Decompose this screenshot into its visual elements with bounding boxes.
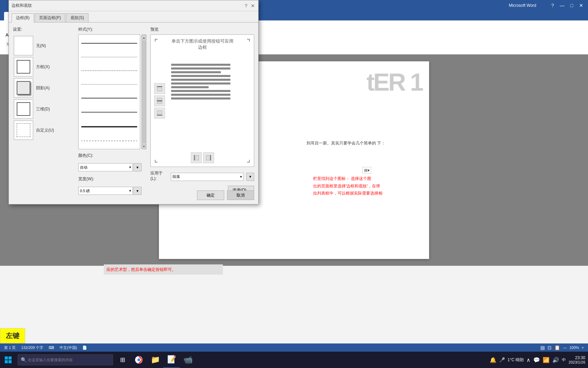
taskbar-mic-icon: 🎤 <box>499 357 505 363</box>
svg-rect-15 <box>195 155 199 160</box>
view-web-btn[interactable]: ⊡ <box>548 345 552 350</box>
preview-line-9 <box>171 94 230 96</box>
style-scroll-down-btn[interactable]: ▼ <box>142 144 146 148</box>
setting-custom-icon <box>14 120 33 140</box>
dialog-controls: ? ✕ <box>243 3 256 9</box>
style-list[interactable] <box>78 34 140 149</box>
help-ribbon-btn[interactable]: ? <box>549 1 557 10</box>
style-panel: 样式(Y): ▲ ▼ <box>78 27 146 195</box>
minimize-btn[interactable]: — <box>558 1 566 10</box>
width-select[interactable]: 0.5 磅 ▼ <box>78 187 133 195</box>
ok-btn[interactable]: 确定 <box>197 190 224 200</box>
width-select-row: 0.5 磅 ▼ ▼ <box>78 187 146 195</box>
apply-arrow-btn[interactable]: ▼ <box>246 173 254 181</box>
setting-3d-icon <box>14 99 33 119</box>
taskbar-taskview[interactable]: ⊞ <box>114 352 131 368</box>
style-thick[interactable] <box>81 126 137 127</box>
preview-left-border-btn[interactable] <box>191 152 202 163</box>
preview-bottom-border-btn[interactable] <box>154 108 165 119</box>
chapter-number: tER 1 <box>366 68 422 96</box>
dialog-tabs: 边框(B) 页面边框(P) 底纹(S) <box>9 11 258 22</box>
taskbar-chrome[interactable] <box>131 352 147 368</box>
view-read-btn[interactable]: 📋 <box>554 345 560 350</box>
color-select[interactable]: 自动 ▼ <box>78 163 133 171</box>
taskbar-clock: 23:30 2023/1/26 <box>569 355 585 364</box>
preview-middle-border-btn[interactable] <box>154 95 165 106</box>
taskview-icon: ⊞ <box>120 356 125 364</box>
style-dot-dash[interactable] <box>81 84 137 85</box>
svg-rect-9 <box>157 98 162 100</box>
status-layout-icon: 📄 <box>82 346 87 350</box>
taskbar-word[interactable]: 📝 <box>163 352 180 368</box>
setting-3d[interactable]: 三维(D) <box>13 98 74 120</box>
table-icon-display: ⊞▾ <box>362 167 371 174</box>
taskbar-volume-icon: 🔊 <box>552 357 559 363</box>
setting-shadow-label: 阴影(A) <box>36 85 50 91</box>
preview-line-7 <box>171 86 209 88</box>
restore-btn[interactable]: □ <box>568 1 576 10</box>
style-scrollbar: ▲ ▼ <box>142 34 146 149</box>
taskbar-start[interactable] <box>0 352 16 368</box>
style-dashed[interactable] <box>81 71 137 71</box>
tooltip-text: 左键 <box>6 332 19 339</box>
corner-tr <box>247 39 250 42</box>
setting-shadow[interactable]: 阴影(A) <box>13 77 74 98</box>
taskbar-chat-icon: 💬 <box>533 357 540 363</box>
3d-preview <box>17 102 30 116</box>
setting-box[interactable]: 方框(X) <box>13 56 74 77</box>
taskbar-video[interactable]: 📹 <box>180 352 196 368</box>
svg-rect-8 <box>157 88 162 91</box>
taskbar-time: 23:30 <box>575 355 585 360</box>
none-preview <box>17 39 30 52</box>
doc-red-text-1: 栏里找到这个图标： 选择这个图 出的页面框里选择'边框和底纹'，在弹 拉列表框中… <box>312 174 429 199</box>
taskbar-search-text: 在这里输入你要搜索的内容 <box>28 357 73 363</box>
tab-page-border[interactable]: 页面边框(P) <box>35 13 65 22</box>
tab-shading[interactable]: 底纹(S) <box>66 13 88 22</box>
style-dotted[interactable] <box>81 57 137 57</box>
custom-preview <box>17 123 30 137</box>
taskbar-date: 2023/1/26 <box>569 360 585 364</box>
style-solid-thick[interactable] <box>81 43 137 44</box>
apply-select[interactable]: 段落 ▼ <box>171 173 243 181</box>
view-print-btn[interactable]: ▤ <box>540 345 545 350</box>
taskbar-search[interactable]: 🔍 在这里输入你要搜索的内容 <box>18 354 113 365</box>
svg-rect-1 <box>9 356 12 359</box>
doc-body-text: 到耳目一新。其实只要学会几个简单的 下： <box>307 140 422 147</box>
explorer-icon: 📁 <box>151 355 160 364</box>
style-scroll-thumb <box>142 40 146 143</box>
dialog-body: 设置: 无(N) 方框(X) 阴影(A) <box>9 22 258 199</box>
style-solid-2[interactable] <box>81 98 137 98</box>
taskbar-explorer[interactable]: 📁 <box>147 352 163 368</box>
taskbar-weather: 1°C 晴朗 <box>508 357 524 363</box>
color-picker-btn[interactable]: ▼ <box>133 163 142 171</box>
style-scroll-up-btn[interactable]: ▲ <box>142 35 146 40</box>
preview-top-border-btn[interactable] <box>154 83 165 94</box>
close-window-btn[interactable]: ✕ <box>577 1 585 10</box>
svg-rect-0 <box>5 356 8 359</box>
box-preview <box>17 60 30 74</box>
setting-none[interactable]: 无(N) <box>13 35 74 56</box>
taskbar-expand-icon: ∧ <box>526 357 530 363</box>
borders-dialog: 边框和底纹 ? ✕ 边框(B) 页面边框(P) 底纹(S) 设置: 无(N) <box>9 0 259 204</box>
width-picker-btn[interactable]: ▼ <box>133 187 142 195</box>
svg-rect-2 <box>5 360 8 363</box>
cancel-btn[interactable]: 取消 <box>227 190 254 200</box>
dialog-help-btn[interactable]: ? <box>243 3 249 9</box>
taskbar-search-icon: 🔍 <box>21 357 27 363</box>
apply-value: 段落 <box>173 174 180 179</box>
preview-area: 单击下方图示或使用按钮可应用边框 <box>150 34 254 167</box>
tab-border[interactable]: 边框(B) <box>12 13 34 22</box>
preview-line-1 <box>171 64 230 66</box>
video-icon: 📹 <box>183 355 193 364</box>
doc-table-area: ⊞▾ <box>362 167 371 174</box>
doc-red-footer: 应的艺术型，然后单击确定按钮即可。 <box>104 264 223 275</box>
status-count: 132/209 个字 <box>21 345 43 350</box>
dialog-close-btn[interactable]: ✕ <box>250 3 256 9</box>
style-double[interactable] <box>81 112 137 113</box>
setting-custom[interactable]: 自定义(U) <box>13 120 74 141</box>
taskbar-right: 🔔 🎤 1°C 晴朗 ∧ 💬 📶 🔊 中 23:30 2023/1/26 <box>490 355 588 364</box>
style-long-dash[interactable] <box>81 141 137 141</box>
color-value: 自动 <box>80 165 87 170</box>
preview-right-border-btn[interactable] <box>203 152 214 163</box>
setting-box-icon <box>14 57 33 77</box>
